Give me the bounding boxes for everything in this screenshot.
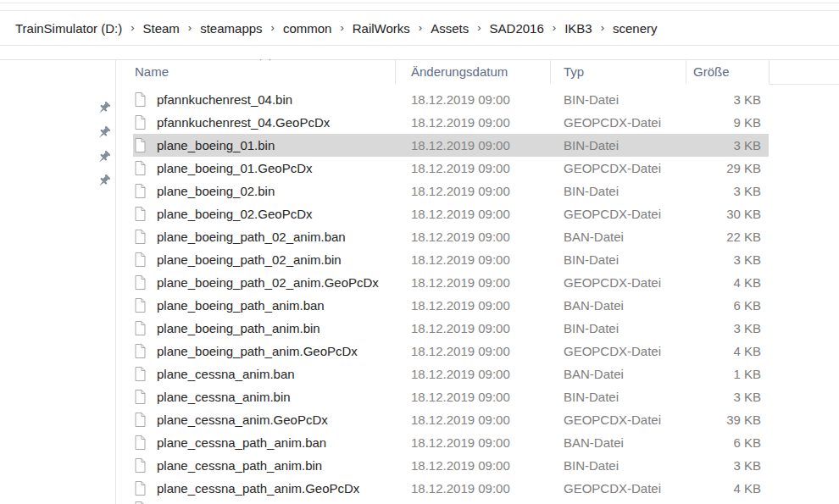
breadcrumb-item[interactable]: SAD2016 — [490, 21, 544, 36]
file-size: 3 KB — [733, 317, 761, 340]
column-header-name[interactable]: Name — [115, 59, 396, 84]
pin-icon[interactable] — [96, 150, 111, 165]
file-icon — [135, 252, 146, 267]
file-date: 18.12.2019 09:00 — [411, 431, 510, 454]
file-list: pfannkuchenrest_04.bin 18.12.2019 09:00 … — [115, 88, 839, 500]
breadcrumb-item[interactable]: Assets — [431, 21, 469, 36]
file-row[interactable]: plane_cessna_path_anim.GeoPcDx 18.12.201… — [115, 477, 839, 500]
file-date: 18.12.2019 09:00 — [411, 202, 510, 225]
column-header-date[interactable]: Änderungsdatum — [396, 59, 551, 84]
breadcrumb-item[interactable]: scenery — [613, 21, 658, 36]
breadcrumb-item[interactable]: IKB3 — [564, 21, 592, 36]
file-name: plane_boeing_01.GeoPcDx — [157, 157, 312, 180]
file-type: GEOPCDX-Datei — [564, 340, 661, 363]
file-date: 18.12.2019 09:00 — [411, 408, 510, 431]
file-date: 18.12.2019 09:00 — [411, 385, 510, 408]
file-date: 18.12.2019 09:00 — [411, 340, 510, 363]
file-type: BIN-Datei — [564, 385, 619, 408]
file-size: 3 KB — [733, 88, 761, 111]
file-name: plane_boeing_path_02_anim.GeoPcDx — [157, 271, 379, 294]
file-name: plane_cessna_anim.ban — [157, 363, 295, 385]
file-icon — [135, 207, 146, 221]
file-explorer-window: TrainSimulator (D:)›Steam›steamapps›comm… — [0, 0, 839, 504]
file-size: 4 KB — [733, 271, 761, 294]
file-size: 1 KB — [733, 363, 761, 385]
file-row[interactable]: plane_boeing_02.GeoPcDx 18.12.2019 09:00… — [115, 202, 839, 225]
file-icon — [135, 458, 146, 473]
file-type: BIN-Datei — [564, 88, 619, 111]
file-icon — [135, 435, 146, 450]
file-date: 18.12.2019 09:00 — [411, 111, 510, 134]
file-name: plane_boeing_path_anim.bin — [157, 317, 320, 340]
file-type: BIN-Datei — [564, 317, 619, 340]
breadcrumb-item[interactable]: steamapps — [200, 21, 262, 36]
file-row[interactable]: plane_cessna_anim.GeoPcDx 18.12.2019 09:… — [115, 408, 839, 431]
pin-icon[interactable] — [96, 125, 111, 141]
breadcrumb-item[interactable]: common — [283, 21, 332, 36]
file-row[interactable]: plane_cessna_anim.bin 18.12.2019 09:00 B… — [115, 385, 839, 408]
breadcrumb-separator-icon: › — [131, 21, 134, 34]
file-size: 29 KB — [726, 157, 761, 180]
file-date: 18.12.2019 09:00 — [411, 317, 510, 340]
file-type: GEOPCDX-Datei — [564, 202, 661, 225]
column-header-size[interactable]: Größe — [686, 59, 770, 84]
file-type: GEOPCDX-Datei — [564, 111, 661, 134]
file-size: 4 KB — [733, 340, 761, 363]
file-row[interactable]: pfannkuchenrest_04.GeoPcDx 18.12.2019 09… — [115, 111, 839, 134]
file-name: plane_boeing_02.bin — [157, 180, 275, 202]
file-row[interactable]: plane_boeing_01.GeoPcDx 18.12.2019 09:00… — [115, 157, 839, 180]
file-row[interactable]: plane_boeing_path_02_anim.ban 18.12.2019… — [115, 225, 839, 248]
file-row[interactable]: plane_boeing_path_anim.GeoPcDx 18.12.201… — [115, 340, 839, 363]
file-name: pfannkuchenrest_04.GeoPcDx — [157, 111, 330, 134]
file-date: 18.12.2019 09:00 — [411, 225, 510, 248]
file-row[interactable]: plane_cessna_path_anim.bin 18.12.2019 09… — [115, 454, 839, 477]
pin-icon[interactable] — [96, 174, 111, 189]
breadcrumb-separator-icon: › — [271, 21, 275, 34]
file-size: 3 KB — [733, 134, 761, 157]
file-name: plane_cessna_anim.bin — [157, 385, 291, 408]
file-size: 3 KB — [733, 454, 761, 477]
breadcrumb-item[interactable]: Steam — [142, 21, 179, 36]
ribbon-bottom-border — [0, 3, 839, 3]
file-row[interactable]: plane_cessna_path_anim.ban 18.12.2019 09… — [115, 431, 839, 454]
file-icon — [135, 321, 146, 335]
column-header-label: Name — [135, 64, 169, 79]
file-row[interactable]: plane_boeing_path_02_anim.bin 18.12.2019… — [115, 248, 839, 271]
file-type: BAN-Datei — [564, 225, 624, 248]
file-name: plane_boeing_01.bin — [157, 134, 275, 157]
file-type: GEOPCDX-Datei — [564, 477, 661, 500]
column-header-type[interactable]: Typ — [551, 59, 686, 84]
file-row[interactable]: plane_boeing_path_anim.ban 18.12.2019 09… — [115, 294, 839, 317]
breadcrumb: TrainSimulator (D:)›Steam›steamapps›comm… — [0, 11, 839, 45]
file-icon — [135, 390, 146, 404]
file-icon — [135, 161, 146, 175]
file-row[interactable]: plane_boeing_01.bin 18.12.2019 09:00 BIN… — [115, 134, 839, 157]
file-row[interactable]: plane_boeing_path_02_anim.GeoPcDx 18.12.… — [115, 271, 839, 294]
file-row[interactable]: plane_boeing_02.bin 18.12.2019 09:00 BIN… — [115, 180, 839, 202]
file-type: BIN-Datei — [564, 248, 619, 271]
file-type: BAN-Datei — [564, 363, 624, 385]
breadcrumb-separator-icon: › — [188, 21, 192, 34]
breadcrumb-item[interactable]: TrainSimulator (D:) — [15, 21, 122, 36]
file-row[interactable]: pfannkuchenrest_04.bin 18.12.2019 09:00 … — [115, 88, 839, 111]
file-size: 39 KB — [726, 408, 761, 431]
pin-icon[interactable] — [96, 101, 111, 116]
file-icon — [135, 481, 146, 496]
file-row[interactable]: plane_cessna_anim.ban 18.12.2019 09:00 B… — [115, 363, 839, 385]
file-date: 18.12.2019 09:00 — [411, 294, 510, 317]
column-header-label: Größe — [693, 64, 730, 79]
file-name: pfannkuchenrest_04.bin — [157, 88, 292, 111]
file-row[interactable]: plane_boeing_path_anim.bin 18.12.2019 09… — [115, 317, 839, 340]
file-name: plane_boeing_path_anim.ban — [157, 294, 325, 317]
breadcrumb-separator-icon: › — [601, 21, 604, 34]
file-name: plane_boeing_02.GeoPcDx — [157, 202, 312, 225]
file-type: GEOPCDX-Datei — [564, 157, 661, 180]
file-name: plane_boeing_path_anim.GeoPcDx — [157, 340, 358, 363]
file-type: BIN-Datei — [564, 180, 619, 202]
sort-ascending-icon — [259, 59, 271, 61]
file-icon — [135, 115, 146, 130]
breadcrumb-separator-icon: › — [340, 21, 343, 34]
breadcrumb-item[interactable]: RailWorks — [353, 21, 410, 36]
header-filler-border — [770, 84, 839, 85]
breadcrumb-separator-icon: › — [419, 21, 422, 34]
